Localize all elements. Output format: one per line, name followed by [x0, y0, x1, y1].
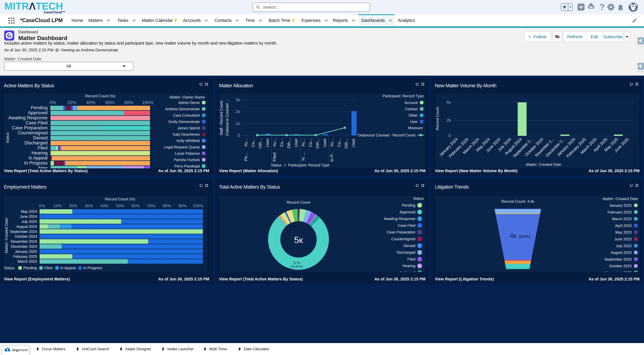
svg-text:Legal Request Queue: Legal Request Queue: [164, 145, 200, 149]
svg-text:Record Count (%): Record Count (%): [105, 197, 135, 201]
svg-text:100%: 100%: [142, 100, 154, 105]
svg-text:70%: 70%: [147, 204, 155, 208]
svg-text:Cara Consultant: Cara Consultant: [173, 113, 200, 117]
svg-text:Measure: Measure: [408, 126, 423, 130]
svg-text:May 2023: May 2023: [615, 230, 632, 234]
svg-text:Pending: Pending: [402, 203, 416, 207]
svg-text:June 2023: June 2023: [614, 237, 632, 241]
svg-text:Awaiting Response: Awaiting Response: [384, 217, 416, 221]
svg-text:Pending: Pending: [23, 266, 37, 270]
svg-text:October 2024: October 2024: [15, 234, 37, 239]
svg-text:Lissie Patience: Lissie Patience: [175, 151, 200, 155]
svg-text:80%: 80%: [163, 204, 171, 208]
svg-text:Staff - Record Count,: Staff - Record Count,: [219, 100, 224, 136]
svg-text:Matter: Created Date: Matter: Created Date: [602, 197, 638, 201]
svg-text:5к: 5к: [294, 235, 303, 245]
svg-text:Denied: Denied: [33, 135, 48, 140]
svg-text:Katy Deschenes: Katy Deschenes: [173, 132, 200, 136]
svg-text:January 2024: January 2024: [438, 137, 459, 157]
svg-text:Ac...: Ac...: [330, 138, 334, 147]
svg-text:Status: Status: [4, 266, 15, 270]
svg-text:Pe...: Pe...: [244, 153, 248, 161]
svg-text:Co...: Co...: [251, 138, 255, 147]
svg-text:50%: 50%: [116, 204, 124, 208]
svg-text:User: User: [294, 138, 298, 147]
svg-text:Matter: Created Date: Matter: Created Date: [526, 162, 561, 167]
svg-text:Record Count: 4.8к: Record Count: 4.8к: [502, 199, 534, 204]
svg-text:Status: Status: [6, 132, 10, 143]
svg-text:Countersigned: Countersigned: [18, 130, 48, 135]
svg-text:User: User: [351, 138, 356, 147]
svg-text:December 2024: December 2024: [11, 244, 37, 249]
svg-text:June 2024: June 2024: [20, 214, 37, 219]
svg-text:July 2023: July 2023: [616, 244, 632, 248]
svg-text:0: 0: [238, 133, 240, 138]
svg-text:September 2023: September 2023: [604, 257, 632, 261]
svg-text:Outsource Counsel - Record Cou: Outsource Counsel - Record Count: [358, 133, 416, 137]
svg-text:October 2023: October 2023: [609, 264, 632, 268]
svg-text:Record Count: Record Count: [435, 107, 440, 130]
svg-text:Case Filed: Case Filed: [26, 120, 48, 125]
svg-text:Status > Participant: Record: Status > Participant: Record Type: [271, 163, 330, 167]
svg-text:Filed: Filed: [38, 145, 48, 150]
svg-text:Other: Other: [408, 113, 418, 117]
svg-text:?: ?: [599, 2, 605, 12]
svg-text:User: User: [410, 120, 418, 124]
svg-text:1к: 1к: [236, 121, 240, 126]
svg-text:Status: Status: [413, 196, 424, 201]
svg-text:February 2023: February 2023: [608, 210, 632, 214]
svg-text:August 2023: August 2023: [611, 251, 632, 255]
svg-text:Co...: Co...: [308, 138, 313, 147]
svg-text:Record Count: Record Count: [287, 200, 310, 205]
svg-text:Filed: Filed: [44, 266, 52, 270]
svg-text:Case Preparation: Case Preparation: [386, 230, 416, 234]
svg-text:Case Filed: Case Filed: [398, 223, 416, 228]
svg-text:Filed: Filed: [272, 153, 277, 162]
svg-text:Hearing: Hearing: [402, 264, 416, 268]
svg-text:30%: 30%: [85, 204, 93, 208]
svg-text:New: New: [38, 165, 48, 168]
svg-text:Approved: Approved: [28, 110, 48, 115]
svg-text:Account: Account: [404, 101, 418, 105]
svg-text:2к: 2к: [236, 109, 240, 114]
svg-text:Co...: Co...: [337, 138, 341, 147]
svg-text:90%: 90%: [178, 204, 186, 208]
svg-text:20%: 20%: [67, 100, 76, 105]
svg-text:Ac...: Ac...: [272, 138, 277, 147]
svg-text:Filed: Filed: [408, 257, 416, 261]
svg-text:40%: 40%: [86, 100, 95, 105]
svg-text:(84%): (84%): [519, 234, 530, 239]
svg-text:20%: 20%: [69, 204, 77, 208]
svg-text:80%: 80%: [124, 100, 133, 105]
svg-text:In P..: In P..: [330, 153, 334, 162]
svg-text:Oth...: Oth...: [258, 138, 262, 148]
svg-text:Contact: Contact: [405, 107, 418, 111]
svg-text:In Appeal: In Appeal: [400, 271, 416, 272]
svg-text:Discharged: Discharged: [24, 140, 48, 145]
svg-text:Pending: Pending: [31, 105, 48, 110]
svg-text:Oth...: Oth...: [286, 138, 291, 148]
svg-text:10%: 10%: [54, 204, 62, 208]
svg-text:Awaiting Response: Awaiting Response: [8, 115, 48, 120]
svg-text:November 2024: November 2024: [11, 239, 37, 244]
svg-text:Outsource Counsel ...: Outsource Counsel ...: [225, 99, 229, 136]
svg-text:Co...: Co...: [280, 138, 284, 147]
svg-text:Denied: Denied: [404, 244, 416, 248]
svg-text:User: User: [265, 138, 270, 147]
svg-text:4к: 4к: [510, 232, 516, 239]
svg-text:User: User: [322, 138, 327, 147]
svg-text:Andrew Demonstrate: Andrew Demonstrate: [165, 107, 200, 111]
svg-text:100%: 100%: [193, 204, 203, 208]
svg-text:May 2024: May 2024: [21, 209, 37, 214]
svg-text:Oth...: Oth...: [315, 138, 320, 148]
svg-text:July 2024: July 2024: [21, 219, 37, 224]
svg-text:40%: 40%: [100, 204, 108, 208]
svg-text:March 2023: March 2023: [612, 217, 632, 221]
svg-text:In ...: In ...: [301, 153, 306, 161]
svg-text:Approved: Approved: [400, 210, 416, 214]
svg-text:In Appeal: In Appeal: [28, 155, 48, 161]
svg-text:Oth...: Oth...: [344, 138, 348, 148]
svg-text:Case Preparation: Case Preparation: [12, 125, 48, 130]
svg-text:Emily Demonstrate: Emily Demonstrate: [168, 120, 200, 124]
svg-text:(74.57%): (74.57%): [291, 265, 303, 268]
